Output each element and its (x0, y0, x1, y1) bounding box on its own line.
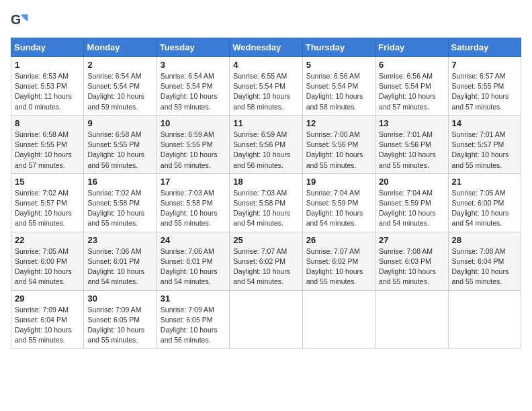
day-info: Sunrise: 6:56 AMSunset: 5:54 PMDaylight:… (306, 72, 363, 111)
calendar-day-17: 17 Sunrise: 7:03 AMSunset: 5:58 PMDaylig… (157, 173, 229, 232)
day-info: Sunrise: 7:05 AMSunset: 6:00 PMDaylight:… (452, 189, 509, 228)
day-number: 26 (306, 235, 371, 245)
day-number: 11 (233, 118, 298, 128)
day-info: Sunrise: 6:54 AMSunset: 5:54 PMDaylight:… (87, 72, 144, 111)
day-number: 19 (306, 177, 371, 187)
day-number: 2 (87, 60, 152, 70)
day-info: Sunrise: 7:01 AMSunset: 5:56 PMDaylight:… (379, 130, 436, 169)
empty-cell (230, 290, 302, 349)
calendar-week-4: 22 Sunrise: 7:05 AMSunset: 6:00 PMDaylig… (11, 232, 521, 290)
day-info: Sunrise: 6:55 AMSunset: 5:54 PMDaylight:… (233, 72, 290, 111)
day-info: Sunrise: 6:59 AMSunset: 5:55 PMDaylight:… (161, 130, 218, 169)
calendar-day-20: 20 Sunrise: 7:04 AMSunset: 5:59 PMDaylig… (375, 173, 448, 232)
day-info: Sunrise: 7:08 AMSunset: 6:03 PMDaylight:… (379, 247, 436, 286)
calendar-week-3: 15 Sunrise: 7:02 AMSunset: 5:57 PMDaylig… (11, 173, 521, 232)
weekday-header-monday: Monday (84, 38, 157, 57)
day-number: 20 (379, 177, 444, 187)
day-info: Sunrise: 7:04 AMSunset: 5:59 PMDaylight:… (306, 189, 363, 228)
calendar-day-18: 18 Sunrise: 7:03 AMSunset: 5:58 PMDaylig… (230, 173, 302, 232)
calendar-day-15: 15 Sunrise: 7:02 AMSunset: 5:57 PMDaylig… (11, 173, 84, 232)
day-number: 3 (161, 60, 226, 70)
calendar-day-2: 2 Sunrise: 6:54 AMSunset: 5:54 PMDayligh… (84, 57, 157, 116)
calendar-week-2: 8 Sunrise: 6:58 AMSunset: 5:55 PMDayligh… (11, 115, 521, 173)
calendar-table: SundayMondayTuesdayWednesdayThursdayFrid… (11, 38, 521, 349)
calendar-day-16: 16 Sunrise: 7:02 AMSunset: 5:58 PMDaylig… (84, 173, 157, 232)
day-number: 12 (306, 118, 371, 128)
calendar-day-28: 28 Sunrise: 7:08 AMSunset: 6:04 PMDaylig… (448, 232, 521, 290)
weekday-header-sunday: Sunday (11, 38, 84, 57)
day-number: 9 (87, 118, 152, 128)
calendar-day-12: 12 Sunrise: 7:00 AMSunset: 5:56 PMDaylig… (302, 115, 375, 173)
day-info: Sunrise: 7:09 AMSunset: 6:04 PMDaylight:… (15, 306, 72, 345)
day-number: 31 (161, 293, 226, 304)
day-info: Sunrise: 7:08 AMSunset: 6:04 PMDaylight:… (452, 247, 509, 286)
day-number: 5 (306, 60, 371, 70)
calendar-day-31: 31 Sunrise: 7:09 AMSunset: 6:05 PMDaylig… (157, 290, 229, 349)
weekday-header-friday: Friday (375, 38, 448, 57)
empty-cell (302, 290, 375, 349)
calendar-week-1: 1 Sunrise: 6:53 AMSunset: 5:53 PMDayligh… (11, 57, 521, 116)
day-info: Sunrise: 6:58 AMSunset: 5:55 PMDaylight:… (87, 130, 144, 169)
day-number: 22 (15, 235, 80, 245)
day-number: 27 (379, 235, 444, 245)
day-info: Sunrise: 7:00 AMSunset: 5:56 PMDaylight:… (306, 130, 363, 169)
svg-text:G: G (11, 12, 21, 27)
calendar-day-26: 26 Sunrise: 7:07 AMSunset: 6:02 PMDaylig… (302, 232, 375, 290)
day-number: 21 (452, 177, 517, 187)
day-number: 30 (87, 293, 152, 304)
calendar-day-29: 29 Sunrise: 7:09 AMSunset: 6:04 PMDaylig… (11, 290, 84, 349)
calendar-day-30: 30 Sunrise: 7:09 AMSunset: 6:05 PMDaylig… (84, 290, 157, 349)
day-number: 18 (233, 177, 298, 187)
day-number: 14 (452, 118, 517, 128)
calendar-day-1: 1 Sunrise: 6:53 AMSunset: 5:53 PMDayligh… (11, 57, 84, 116)
calendar-day-7: 7 Sunrise: 6:57 AMSunset: 5:55 PMDayligh… (448, 57, 521, 116)
day-number: 28 (452, 235, 517, 245)
calendar-week-5: 29 Sunrise: 7:09 AMSunset: 6:04 PMDaylig… (11, 290, 521, 349)
calendar-day-4: 4 Sunrise: 6:55 AMSunset: 5:54 PMDayligh… (230, 57, 302, 116)
calendar-day-19: 19 Sunrise: 7:04 AMSunset: 5:59 PMDaylig… (302, 173, 375, 232)
day-number: 16 (87, 177, 152, 187)
day-info: Sunrise: 7:06 AMSunset: 6:01 PMDaylight:… (161, 247, 218, 286)
calendar-day-23: 23 Sunrise: 7:06 AMSunset: 6:01 PMDaylig… (84, 232, 157, 290)
day-number: 10 (161, 118, 226, 128)
svg-marker-2 (21, 15, 26, 21)
day-number: 23 (87, 235, 152, 245)
day-number: 6 (379, 60, 444, 70)
calendar-header-row: SundayMondayTuesdayWednesdayThursdayFrid… (11, 38, 521, 57)
weekday-header-saturday: Saturday (448, 38, 521, 57)
day-info: Sunrise: 6:53 AMSunset: 5:53 PMDaylight:… (15, 72, 72, 111)
day-number: 24 (161, 235, 226, 245)
day-number: 17 (161, 177, 226, 187)
calendar-day-21: 21 Sunrise: 7:05 AMSunset: 6:00 PMDaylig… (448, 173, 521, 232)
day-info: Sunrise: 7:09 AMSunset: 6:05 PMDaylight:… (87, 306, 144, 345)
day-info: Sunrise: 7:01 AMSunset: 5:57 PMDaylight:… (452, 130, 509, 169)
day-info: Sunrise: 6:56 AMSunset: 5:54 PMDaylight:… (379, 72, 436, 111)
day-info: Sunrise: 7:07 AMSunset: 6:02 PMDaylight:… (306, 247, 363, 286)
calendar-day-5: 5 Sunrise: 6:56 AMSunset: 5:54 PMDayligh… (302, 57, 375, 116)
day-info: Sunrise: 6:58 AMSunset: 5:55 PMDaylight:… (15, 130, 72, 169)
day-info: Sunrise: 7:05 AMSunset: 6:00 PMDaylight:… (15, 247, 72, 286)
empty-cell (375, 290, 448, 349)
calendar-day-8: 8 Sunrise: 6:58 AMSunset: 5:55 PMDayligh… (11, 115, 84, 173)
day-number: 7 (452, 60, 517, 70)
weekday-header-thursday: Thursday (302, 38, 375, 57)
weekday-header-tuesday: Tuesday (157, 38, 229, 57)
calendar-day-13: 13 Sunrise: 7:01 AMSunset: 5:56 PMDaylig… (375, 115, 448, 173)
day-info: Sunrise: 7:03 AMSunset: 5:58 PMDaylight:… (233, 189, 290, 228)
day-number: 25 (233, 235, 298, 245)
day-info: Sunrise: 7:07 AMSunset: 6:02 PMDaylight:… (233, 247, 290, 286)
day-info: Sunrise: 6:57 AMSunset: 5:55 PMDaylight:… (452, 72, 509, 111)
calendar-day-14: 14 Sunrise: 7:01 AMSunset: 5:57 PMDaylig… (448, 115, 521, 173)
day-info: Sunrise: 7:09 AMSunset: 6:05 PMDaylight:… (161, 306, 218, 345)
day-number: 13 (379, 118, 444, 128)
calendar-day-22: 22 Sunrise: 7:05 AMSunset: 6:00 PMDaylig… (11, 232, 84, 290)
day-number: 4 (233, 60, 298, 70)
day-number: 8 (15, 118, 80, 128)
empty-cell (448, 290, 521, 349)
calendar-day-10: 10 Sunrise: 6:59 AMSunset: 5:55 PMDaylig… (157, 115, 229, 173)
calendar-day-6: 6 Sunrise: 6:56 AMSunset: 5:54 PMDayligh… (375, 57, 448, 116)
calendar-day-24: 24 Sunrise: 7:06 AMSunset: 6:01 PMDaylig… (157, 232, 229, 290)
calendar-day-11: 11 Sunrise: 6:59 AMSunset: 5:56 PMDaylig… (230, 115, 302, 173)
day-number: 1 (15, 60, 80, 70)
page-header: G (11, 11, 521, 30)
